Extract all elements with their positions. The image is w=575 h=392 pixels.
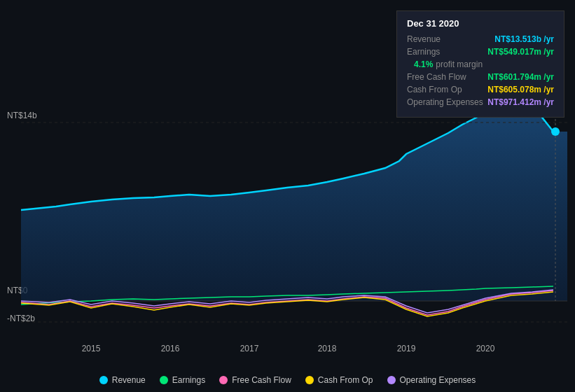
tooltip-cashfromop-value: NT$605.078m /yr [487, 85, 554, 94]
tooltip-profit-margin-label: profit margin [436, 59, 483, 69]
tooltip-revenue-row: Revenue NT$13.513b /yr [407, 34, 554, 44]
legend-item-earnings[interactable]: Earnings [160, 375, 205, 385]
legend-item-cashfromop[interactable]: Cash From Op [305, 375, 373, 385]
tooltip-date: Dec 31 2020 [407, 18, 554, 29]
legend-label-cashfromop: Cash From Op [318, 375, 373, 385]
tooltip-fcf-label: Free Cash Flow [407, 72, 466, 82]
legend-label-fcf: Free Cash Flow [232, 375, 291, 385]
chart-container: Dec 31 2020 Revenue NT$13.513b /yr Earni… [0, 0, 575, 392]
legend-dot-fcf [219, 376, 228, 384]
tooltip-earnings-value: NT$549.017m /yr [487, 47, 554, 57]
tooltip-opex-row: Operating Expenses NT$971.412m /yr [407, 97, 554, 107]
tooltip-opex-label: Operating Expenses [407, 97, 483, 107]
legend-label-revenue: Revenue [112, 375, 146, 385]
legend-item-opex[interactable]: Operating Expenses [387, 375, 476, 385]
tooltip-revenue-label: Revenue [407, 34, 441, 44]
tooltip-earnings-row: Earnings NT$549.017m /yr [407, 47, 554, 57]
legend-item-fcf[interactable]: Free Cash Flow [219, 375, 291, 385]
legend-label-earnings: Earnings [172, 375, 205, 385]
tooltip-cashfromop-label: Cash From Op [407, 85, 462, 94]
legend-dot-opex [387, 376, 396, 384]
tooltip-earnings-label: Earnings [407, 47, 440, 57]
tooltip-fcf-row: Free Cash Flow NT$601.794m /yr [407, 72, 554, 82]
tooltip-fcf-value: NT$601.794m /yr [487, 72, 554, 82]
legend: Revenue Earnings Free Cash Flow Cash Fro… [0, 375, 575, 385]
tooltip-profit-margin-value: 4.1% [414, 59, 433, 69]
legend-dot-earnings [160, 376, 168, 384]
legend-label-opex: Operating Expenses [400, 375, 476, 385]
tooltip-profit-margin-row: 4.1% profit margin [407, 59, 554, 69]
legend-dot-revenue [99, 376, 108, 384]
legend-dot-cashfromop [305, 376, 314, 384]
legend-item-revenue[interactable]: Revenue [99, 375, 146, 385]
tooltip-box: Dec 31 2020 Revenue NT$13.513b /yr Earni… [396, 10, 564, 118]
tooltip-revenue-value: NT$13.513b /yr [494, 34, 554, 44]
tooltip-opex-value: NT$971.412m /yr [487, 97, 554, 107]
revenue-area [21, 105, 567, 301]
revenue-dot [551, 127, 560, 136]
tooltip-cashfromop-row: Cash From Op NT$605.078m /yr [407, 85, 554, 94]
